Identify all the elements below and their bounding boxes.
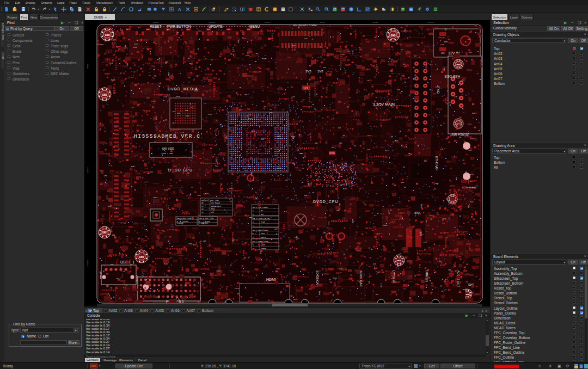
svg-text:C56: C56	[185, 110, 188, 112]
svg-text:R533: R533	[405, 28, 406, 32]
svg-text:5056: 5056	[87, 64, 89, 69]
svg-text:C199: C199	[246, 55, 249, 57]
svg-text:U36: U36	[285, 180, 288, 181]
svg-text:C171: C171	[385, 150, 389, 152]
svg-text:R165: R165	[167, 138, 169, 142]
svg-text:C64: C64	[462, 79, 465, 81]
svg-text:R214: R214	[205, 193, 209, 195]
svg-text:C18: C18	[304, 38, 308, 40]
svg-text:SW2.4 PWR STARUP: SW2.4 PWR STARUP	[253, 207, 268, 208]
svg-text:UFS: UFS	[211, 212, 215, 213]
svg-text:A: A	[170, 7, 173, 11]
svg-text:C172: C172	[208, 114, 212, 115]
svg-text:C18: C18	[304, 195, 308, 196]
svg-text:UPDATE: UPDATE	[209, 24, 223, 28]
svg-text:C88: C88	[339, 143, 342, 144]
svg-text:C104: C104	[194, 90, 198, 92]
svg-text:GND: GND	[227, 29, 230, 30]
svg-text:L10: L10	[164, 96, 167, 98]
svg-text:A: A	[178, 7, 181, 12]
svg-text:12V_IN: 12V_IN	[438, 36, 445, 39]
svg-text:L10: L10	[454, 96, 457, 98]
svg-text:MENU: MENU	[249, 24, 260, 28]
svg-text:JTAG: JTAG	[261, 222, 265, 223]
svg-text:L14: L14	[426, 220, 427, 223]
svg-text:C56: C56	[244, 94, 248, 96]
svg-text:GND: GND	[390, 34, 395, 38]
svg-text:C233: C233	[421, 204, 422, 208]
svg-text:SW2.2 UART1/CAN1: SW2.2 UART1/CAN1	[253, 229, 268, 231]
svg-text:C149: C149	[299, 153, 303, 155]
svg-text:C324: C324	[434, 183, 438, 184]
svg-text:L14: L14	[424, 242, 427, 243]
svg-text:C18: C18	[367, 149, 370, 151]
svg-text:R28: R28	[369, 280, 370, 284]
svg-text:C172: C172	[468, 124, 471, 125]
svg-text:C87: C87	[424, 161, 427, 162]
svg-text:C87: C87	[414, 56, 417, 57]
svg-text:U57: U57	[261, 139, 265, 140]
svg-text:D11: D11	[472, 113, 475, 114]
svg-text:R153: R153	[291, 136, 295, 138]
svg-text:R28: R28	[401, 182, 405, 183]
svg-text:C18: C18	[100, 272, 102, 275]
svg-text:R481: R481	[164, 263, 168, 265]
svg-text:U20: U20	[373, 263, 376, 265]
svg-text:R533: R533	[249, 217, 253, 219]
svg-text:R28: R28	[292, 45, 296, 47]
svg-text:L10: L10	[356, 155, 358, 158]
svg-text:R67: R67	[376, 294, 379, 296]
svg-text:R214: R214	[333, 278, 337, 279]
svg-text:R28: R28	[198, 195, 201, 196]
svg-text:C324: C324	[198, 30, 201, 32]
svg-text:R177: R177	[191, 107, 194, 108]
svg-text:C18: C18	[292, 96, 295, 98]
svg-text:U20: U20	[232, 239, 235, 241]
svg-text:U36: U36	[274, 229, 278, 230]
svg-text:C149: C149	[164, 189, 168, 191]
svg-text:R307: R307	[444, 41, 448, 43]
svg-text:SW2.3 JTAG_125_SEL: SW2.3 JTAG_125_SEL	[253, 218, 271, 220]
svg-text:J13: J13	[441, 52, 445, 54]
svg-text:A-S -K-P: A-S -K-P	[175, 132, 184, 134]
svg-text:C88: C88	[307, 82, 309, 85]
svg-text:D11: D11	[173, 111, 176, 113]
svg-text:REF DES: REF DES	[439, 254, 457, 257]
svg-text:U36: U36	[127, 63, 128, 66]
svg-text:D11: D11	[342, 54, 346, 56]
svg-text:C240: C240	[278, 138, 281, 140]
svg-text:R307: R307	[100, 44, 103, 46]
svg-text:R177: R177	[470, 201, 474, 203]
svg-text:R481: R481	[381, 284, 382, 287]
svg-text:R165: R165	[111, 79, 115, 81]
svg-text:AS/MP: AS/MP	[183, 220, 188, 223]
svg-text:GND: GND	[397, 260, 401, 262]
svg-text:J16 RS232: J16 RS232	[451, 132, 469, 136]
svg-text:01: 01	[201, 206, 204, 207]
svg-text:SDIO1 CARD: SDIO1 CARD	[359, 270, 363, 289]
svg-text:RESET: RESET	[150, 24, 162, 28]
svg-text:REF DES: REF DES	[109, 254, 127, 257]
svg-text:D11: D11	[150, 171, 154, 173]
svg-text:R214: R214	[156, 116, 157, 120]
svg-text:1 AS3UP: 1 AS3UP	[177, 223, 184, 224]
svg-text:1: 1	[253, 237, 254, 238]
svg-text:C171: C171	[430, 215, 433, 217]
svg-text:3V3: 3V3	[419, 231, 422, 236]
svg-text:13727: 13727	[87, 167, 89, 174]
svg-text:U30: U30	[270, 112, 273, 114]
svg-text:GND: GND	[102, 94, 107, 97]
svg-text:DVDD_CPU: DVDD_CPU	[313, 200, 339, 204]
svg-text:U30: U30	[395, 140, 399, 142]
svg-text:16144: 16144	[427, 21, 434, 23]
svg-text:D14: D14	[468, 39, 471, 40]
svg-text:R214: R214	[229, 188, 233, 189]
svg-text:J10: J10	[177, 113, 180, 114]
svg-text:0: 0	[253, 244, 254, 246]
svg-text:UART0: UART0	[261, 248, 266, 250]
svg-text:C64: C64	[469, 52, 472, 53]
svg-text:16mm X 6mm: 16mm X 6mm	[161, 152, 173, 155]
svg-text:R153: R153	[262, 58, 266, 60]
svg-text:SW1.8 BOOT FROM: SW1.8 BOOT FROM	[199, 218, 214, 219]
svg-text:SW1.4 BOOT FROM: SW1.4 BOOT FROM	[177, 218, 192, 219]
